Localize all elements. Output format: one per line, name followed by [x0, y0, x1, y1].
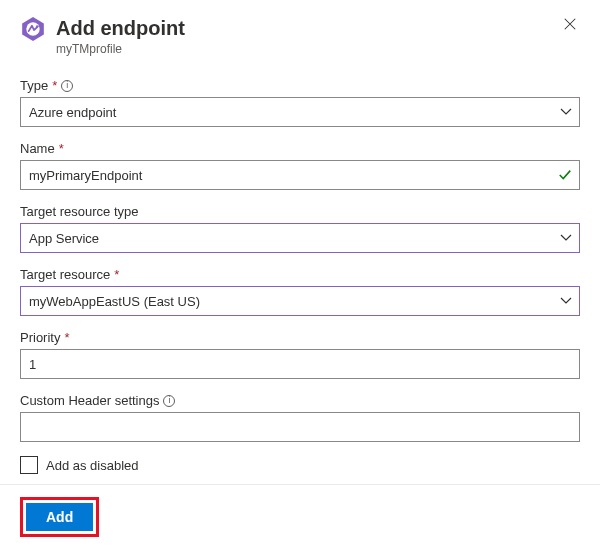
custom-header-input[interactable]	[20, 412, 580, 442]
add-button[interactable]: Add	[26, 503, 93, 531]
label-name: Name *	[20, 141, 580, 156]
field-add-as-disabled: Add as disabled	[20, 456, 580, 474]
label-type: Type * i	[20, 78, 580, 93]
field-target-resource: Target resource * myWebAppEastUS (East U…	[20, 267, 580, 316]
label-ch-text: Custom Header settings	[20, 393, 159, 408]
tr-select-value: myWebAppEastUS (East US)	[29, 294, 200, 309]
label-priority-text: Priority	[20, 330, 60, 345]
panel-subtitle: myTMprofile	[56, 42, 560, 56]
info-icon[interactable]: i	[61, 80, 73, 92]
add-button-highlight: Add	[20, 497, 99, 537]
info-icon[interactable]: i	[163, 395, 175, 407]
trt-select-value: App Service	[29, 231, 99, 246]
field-name: Name *	[20, 141, 580, 190]
label-target-resource-type: Target resource type	[20, 204, 580, 219]
name-input[interactable]	[20, 160, 580, 190]
add-as-disabled-label: Add as disabled	[46, 458, 139, 473]
target-resource-select[interactable]: myWebAppEastUS (East US)	[20, 286, 580, 316]
add-as-disabled-checkbox[interactable]	[20, 456, 38, 474]
field-type: Type * i Azure endpoint	[20, 78, 580, 127]
close-icon	[563, 17, 577, 35]
header-titles: Add endpoint myTMprofile	[56, 16, 560, 56]
panel-footer: Add	[0, 485, 600, 549]
priority-input[interactable]	[20, 349, 580, 379]
required-asterisk: *	[114, 267, 119, 282]
label-trt-text: Target resource type	[20, 204, 139, 219]
type-select[interactable]: Azure endpoint	[20, 97, 580, 127]
check-icon	[558, 168, 572, 182]
close-button[interactable]	[560, 16, 580, 36]
panel-title: Add endpoint	[56, 16, 560, 40]
field-custom-header: Custom Header settings i	[20, 393, 580, 442]
required-asterisk: *	[59, 141, 64, 156]
add-endpoint-panel: Add endpoint myTMprofile Type * i Azure …	[0, 0, 600, 485]
field-priority: Priority *	[20, 330, 580, 379]
label-tr-text: Target resource	[20, 267, 110, 282]
panel-header: Add endpoint myTMprofile	[20, 16, 580, 56]
required-asterisk: *	[64, 330, 69, 345]
target-resource-type-select[interactable]: App Service	[20, 223, 580, 253]
label-type-text: Type	[20, 78, 48, 93]
label-custom-header: Custom Header settings i	[20, 393, 580, 408]
required-asterisk: *	[52, 78, 57, 93]
type-select-value: Azure endpoint	[29, 105, 116, 120]
label-priority: Priority *	[20, 330, 580, 345]
label-target-resource: Target resource *	[20, 267, 580, 282]
label-name-text: Name	[20, 141, 55, 156]
field-target-resource-type: Target resource type App Service	[20, 204, 580, 253]
traffic-manager-icon	[20, 16, 46, 42]
